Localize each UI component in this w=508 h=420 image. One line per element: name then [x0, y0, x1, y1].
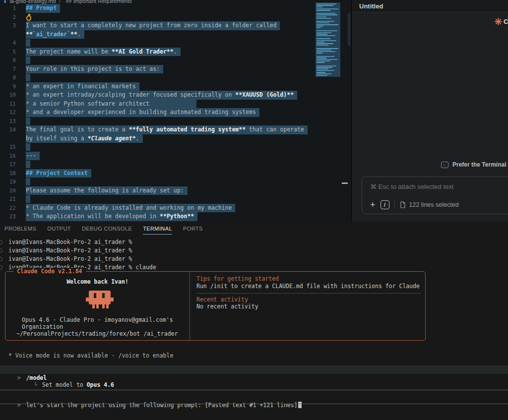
- terminal-line: ivan@Ivans-MacBook-Pro-2 ai_trader %: [0, 238, 508, 246]
- markdown-file-icon: ⬇: [3, 0, 7, 4]
- minimap-line: [317, 70, 334, 71]
- breadcrumb-separator: ›: [59, 0, 61, 4]
- terminal-preference-link[interactable]: ›_ Prefer the Terminal ex: [441, 161, 508, 168]
- tips-body: Run /init to create a CLAUDE.md file wit…: [196, 283, 420, 290]
- minimap-line: [317, 5, 333, 6]
- lines-selected-label: 122 lines selected: [409, 201, 459, 208]
- panel-title: Untitled: [359, 2, 383, 10]
- minimap-line: [317, 72, 325, 73]
- breadcrumb-section[interactable]: ## Important Requirements: [65, 0, 131, 4]
- code-line: [26, 118, 30, 125]
- code-line: The final goal is to create a **fully au…: [26, 125, 308, 134]
- code-line: **`ai_trader`**.: [26, 30, 84, 39]
- typed-text: let's start the project using the follow…: [26, 402, 205, 409]
- slash-command-button[interactable]: /: [381, 200, 389, 209]
- breadcrumb-file[interactable]: ai-gold-strategy.md: [9, 0, 56, 4]
- terminal-scrollback[interactable]: ivan@Ivans-MacBook-Pro-2 ai_trader %ivan…: [0, 238, 508, 272]
- editor-row: **`ai_trader`**.: [0, 30, 351, 39]
- model-command-result: └Set model to Opus 4.6: [20, 372, 114, 381]
- editor-row: 12* and a developer experienced in build…: [0, 108, 351, 117]
- panel-tab-debug-console[interactable]: DEBUG CONSOLE: [82, 226, 132, 235]
- editor-row: 8: [0, 73, 351, 82]
- model-name: Opus 4.6: [87, 381, 114, 388]
- code-line: The project name will be **AI Gold Trade…: [26, 48, 181, 57]
- panel-tab-output[interactable]: OUTPUT: [47, 226, 71, 235]
- line-number: 11: [0, 100, 16, 109]
- code-line: * and a developer experienced in buildin…: [26, 108, 259, 117]
- terminal-icon: ›_: [441, 162, 448, 168]
- terminal-rule-top: [0, 390, 508, 390]
- line-number: 20: [0, 186, 16, 195]
- scrollbar-thumb[interactable]: [348, 13, 350, 46]
- code-line: [26, 178, 30, 185]
- chat-input[interactable]: [362, 177, 508, 190]
- editor-row: 2: [0, 13, 351, 22]
- line-number: 10: [0, 91, 16, 100]
- minimap-line: [317, 3, 336, 4]
- minimap-line: [317, 32, 331, 33]
- minimap[interactable]: [316, 2, 340, 77]
- minimap-line: [317, 53, 322, 54]
- box-divider: [190, 272, 190, 340]
- code-line: [26, 143, 30, 151]
- account-info-line2: Organization: [22, 323, 63, 330]
- voice-mode-notice: * Voice mode is now available · /voice t…: [8, 352, 173, 360]
- account-info-line1: Opus 4.6 · Claude Pro · imoyanov@gmail.c…: [22, 316, 173, 323]
- minimap-line: [317, 62, 324, 63]
- add-attachment-button[interactable]: +: [370, 200, 376, 209]
- code-line: * The application will be developed in *…: [26, 212, 197, 221]
- claude-code-logo: [86, 291, 114, 310]
- code-line: * an expert intraday/scalping trader foc…: [26, 91, 297, 100]
- minimap-line: [317, 60, 330, 61]
- editor-row: 17: [0, 160, 351, 169]
- editor-row: 10* an expert intraday/scalping trader f…: [0, 91, 351, 100]
- line-number: 23: [0, 212, 16, 221]
- terminal-rule-bottom: [0, 404, 508, 404]
- welcome-message: Welcome back Ivan!: [5, 278, 190, 285]
- minimap-line: [317, 50, 331, 51]
- terminal-input-line[interactable]: >let's start the project using the follo…: [0, 393, 302, 401]
- line-number: 16: [0, 152, 16, 161]
- minimap-line: [317, 43, 333, 44]
- minimap-line: [317, 8, 338, 9]
- minimap-line: [317, 10, 330, 11]
- code-line: * a senior Python software architect: [26, 100, 196, 109]
- editor-row: 15: [0, 143, 351, 152]
- minimap-line: [317, 21, 334, 22]
- panel-tab-ports[interactable]: PORTS: [183, 226, 203, 235]
- editor-row: 4: [0, 39, 351, 48]
- editor-row: 5The project name will be **AI Gold Trad…: [0, 48, 351, 57]
- panel-tab-problems[interactable]: PROBLEMS: [4, 226, 36, 235]
- chat-toolbar: + / 122 lines selected: [362, 200, 459, 209]
- line-number: 7: [0, 65, 16, 74]
- code-line: Your role in this project is to act as:: [26, 65, 163, 74]
- line-number: 15: [0, 143, 16, 152]
- line-number: 17: [0, 160, 16, 169]
- tips-header: Tips for getting started: [196, 275, 279, 282]
- minimap-line: [317, 48, 338, 49]
- line-number: 14: [0, 125, 16, 134]
- star-icon: *: [8, 352, 12, 359]
- editor-pane[interactable]: ⬇ ai-gold-strategy.md › ## Important Req…: [0, 0, 351, 222]
- code-line: [26, 195, 30, 203]
- editor-row: 19: [0, 178, 351, 186]
- minimap-line: [317, 27, 320, 28]
- claude-code-welcome-box: Claude Code v2.1.84 Welcome back Ivan! O…: [5, 271, 426, 341]
- code-line: by itself using a *Claude agent*.: [26, 134, 143, 143]
- scrollbar-marker: [342, 182, 348, 184]
- terminal-preference-label[interactable]: Prefer the Terminal ex: [452, 161, 508, 168]
- minimap-line: [317, 14, 337, 15]
- claude-badge-label: C: [504, 18, 508, 25]
- panel-tab-terminal[interactable]: TERMINAL: [143, 226, 172, 235]
- selection-attachment[interactable]: 122 lines selected: [400, 201, 459, 208]
- editor-rows: 1## Prompt23I want to start a completely…: [0, 4, 351, 221]
- editor-row: 6: [0, 56, 351, 65]
- terminal-line: ivan@Ivans-MacBook-Pro-2 ai_trader %: [0, 246, 508, 255]
- terminal-line: ivan@Ivans-MacBook-Pro-2 ai_trader %: [0, 255, 508, 263]
- code-line: Please assume the following is already s…: [26, 186, 188, 195]
- minimap-line: [317, 65, 336, 66]
- editor-row: 18## Project Context: [0, 169, 351, 178]
- code-line: [26, 161, 30, 168]
- chat-input-box[interactable]: + / 122 lines selected: [362, 177, 508, 214]
- panel-header[interactable]: Untitled: [352, 0, 508, 12]
